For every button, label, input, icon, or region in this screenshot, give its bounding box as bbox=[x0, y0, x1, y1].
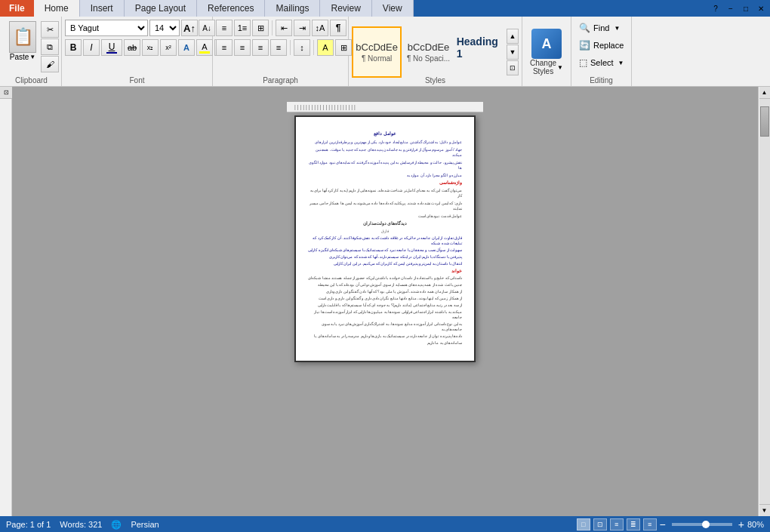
ruler-corner[interactable]: ⊡ bbox=[0, 87, 12, 99]
sort-button[interactable]: ↕A bbox=[312, 20, 328, 36]
para-row2: ≡ ≡ ≡ ≡ ↕ A ⊞ bbox=[216, 39, 352, 56]
find-arrow: ▼ bbox=[614, 25, 620, 32]
section2-text3: از همکار سازمان همه داده شدند، آموزش یا … bbox=[308, 289, 462, 294]
style-nospace[interactable]: bCcDdEe ¶ No Spaci... bbox=[403, 26, 453, 78]
change-styles-label: ChangeStyles bbox=[530, 59, 556, 75]
scroll-up-button[interactable]: ▲ bbox=[759, 87, 770, 99]
document-canvas[interactable]: | | | | | | | | | | | | | | | | | | | | … bbox=[12, 87, 758, 516]
font-size-select[interactable]: 14 bbox=[149, 20, 180, 36]
zoom-plus-button[interactable]: + bbox=[738, 518, 744, 530]
line-spacing-button[interactable]: ↕ bbox=[294, 39, 310, 56]
styles-scroll-down[interactable]: ▼ bbox=[507, 45, 519, 60]
section2-text5: از سه بعد در رتبه منابع اجتماعی (مانند د… bbox=[308, 303, 462, 308]
scroll-down-button[interactable]: ▼ bbox=[759, 504, 770, 516]
section1-title: واژه‌شناسی bbox=[308, 180, 462, 186]
replace-icon: 🔄 bbox=[579, 40, 590, 51]
document-page[interactable]: عوامل دافع عوامل و دلایل: به اشتراک گذاش… bbox=[294, 115, 476, 362]
cut-button[interactable]: ✂ bbox=[41, 21, 59, 38]
tab-review[interactable]: Review bbox=[320, 0, 371, 17]
highlight-color-button[interactable]: A bbox=[196, 39, 213, 56]
underline-button[interactable]: U bbox=[101, 39, 122, 56]
styles-scroll-up[interactable]: ▲ bbox=[507, 29, 519, 44]
section2-text9: سامانه‌های به ما داریم bbox=[308, 340, 462, 346]
draft-button[interactable]: ≡ bbox=[643, 518, 657, 530]
zoom-minus-button[interactable]: − bbox=[660, 518, 666, 530]
clipboard-label: Clipboard bbox=[2, 76, 61, 85]
tab-home[interactable]: Home bbox=[34, 0, 80, 17]
page-para4: مبارزه و الگو مجرا دارد. آن موارد به bbox=[308, 173, 462, 178]
style-normal-label: ¶ Normal bbox=[362, 54, 392, 63]
full-screen-button[interactable]: ⊡ bbox=[593, 518, 607, 530]
show-formatting-button[interactable]: ¶ bbox=[330, 20, 346, 36]
web-layout-button[interactable]: ≡ bbox=[610, 518, 624, 530]
scroll-thumb[interactable] bbox=[760, 106, 769, 137]
align-right-button[interactable]: ≡ bbox=[252, 39, 269, 56]
para-separator1 bbox=[272, 20, 273, 35]
print-layout-button[interactable]: □ bbox=[577, 518, 590, 530]
font-name-select[interactable]: B Yagut bbox=[65, 20, 148, 36]
format-painter-button[interactable]: 🖌 bbox=[41, 56, 59, 72]
ruler-content: | | | | | | | | | | | | | | | | | | | | … bbox=[294, 104, 356, 109]
highlight-bar bbox=[199, 51, 210, 54]
file-tab[interactable]: File bbox=[0, 0, 34, 17]
style-normal[interactable]: bCcDdEe ¶ Normal bbox=[352, 26, 402, 78]
paste-dropdown-arrow[interactable]: ▼ bbox=[29, 54, 35, 60]
tab-references[interactable]: References bbox=[197, 0, 265, 17]
styles-gallery: bCcDdEe ¶ Normal bCcDdEe ¶ No Spaci... H… bbox=[352, 20, 519, 85]
increase-indent-button[interactable]: ⇥ bbox=[294, 20, 310, 36]
para-row1: ≡ 1≡ ⊞ ⇤ ⇥ ↕A ¶ bbox=[216, 20, 346, 36]
select-label: Select bbox=[590, 58, 614, 67]
select-button[interactable]: ⬚ Select ▼ bbox=[576, 54, 627, 71]
find-button[interactable]: 🔍 Find ▼ bbox=[576, 20, 623, 36]
bullets-button[interactable]: ≡ bbox=[216, 20, 233, 36]
outline-button[interactable]: ≣ bbox=[627, 518, 640, 530]
tab-mailings[interactable]: Mailings bbox=[265, 0, 320, 17]
tab-view[interactable]: View bbox=[372, 0, 414, 17]
vertical-scrollbar[interactable]: ▲ ▼ bbox=[758, 87, 770, 516]
styles-label: Styles bbox=[349, 76, 522, 85]
paste-button[interactable]: 📋 Paste ▼ bbox=[6, 20, 39, 63]
subscript-button[interactable]: x₂ bbox=[142, 39, 159, 56]
status-right: □ ⊡ ≡ ≣ ≡ − + 80% bbox=[577, 518, 764, 530]
para-blue4: انتقال با داستان به ایمن‌تر و پذیرفتن ای… bbox=[308, 261, 462, 266]
section2-text4: از همکار زمین که اینها بودند، منابع دادن… bbox=[308, 296, 462, 301]
zoom-slider[interactable] bbox=[672, 523, 732, 526]
select-arrow: ▼ bbox=[618, 60, 624, 66]
maximize-button[interactable]: □ bbox=[740, 3, 752, 14]
minimize-button[interactable]: − bbox=[725, 3, 737, 14]
grow-font-button[interactable]: A↑ bbox=[181, 20, 198, 36]
text-effects-button[interactable]: A bbox=[178, 39, 195, 56]
bold-button[interactable]: B bbox=[65, 39, 82, 56]
ribbon: 📋 Paste ▼ ✂ ⧉ 🖌 Clipboard B bbox=[0, 17, 770, 87]
numbering-button[interactable]: 1≡ bbox=[234, 20, 251, 36]
superscript-button[interactable]: x² bbox=[160, 39, 177, 56]
multilevel-list-button[interactable]: ⊞ bbox=[252, 20, 269, 36]
small-title: فارق bbox=[308, 229, 462, 234]
align-left-button[interactable]: ≡ bbox=[216, 39, 233, 56]
scroll-track[interactable] bbox=[759, 99, 770, 504]
strikethrough-button[interactable]: ab bbox=[124, 39, 140, 56]
justify-button[interactable]: ≡ bbox=[270, 39, 287, 56]
replace-button[interactable]: 🔄 Replace bbox=[576, 37, 627, 54]
styles-expand[interactable]: ⊡ bbox=[507, 60, 519, 75]
window-controls: ? − □ ✕ bbox=[710, 3, 770, 14]
para-separator2 bbox=[290, 40, 291, 55]
tab-page-layout[interactable]: Page Layout bbox=[125, 0, 197, 17]
copy-button[interactable]: ⧉ bbox=[41, 38, 59, 55]
help-button[interactable]: ? bbox=[710, 3, 722, 14]
font-format-row: B I U ab x₂ x² A A bbox=[65, 39, 231, 56]
replace-label: Replace bbox=[593, 41, 624, 50]
change-styles-icon: A bbox=[531, 29, 562, 59]
editing-group: 🔍 Find ▼ 🔄 Replace ⬚ Select ▼ Editing bbox=[571, 17, 632, 86]
style-heading1[interactable]: Heading 1 H1 bbox=[455, 26, 505, 78]
title-bar: File Home Insert Page Layout References … bbox=[0, 0, 770, 17]
section2-text8: داده‌ها پذیرنده توان از جامعه دارند در س… bbox=[308, 334, 462, 339]
decrease-indent-button[interactable]: ⇤ bbox=[276, 20, 292, 36]
editing-label: Editing bbox=[571, 76, 631, 85]
shading-button[interactable]: A bbox=[317, 39, 334, 56]
tab-insert[interactable]: Insert bbox=[80, 0, 125, 17]
close-button[interactable]: ✕ bbox=[755, 3, 767, 14]
italic-button[interactable]: I bbox=[83, 39, 100, 56]
change-styles-button[interactable]: A ChangeStyles ▼ bbox=[525, 29, 568, 75]
align-center-button[interactable]: ≡ bbox=[234, 39, 251, 56]
